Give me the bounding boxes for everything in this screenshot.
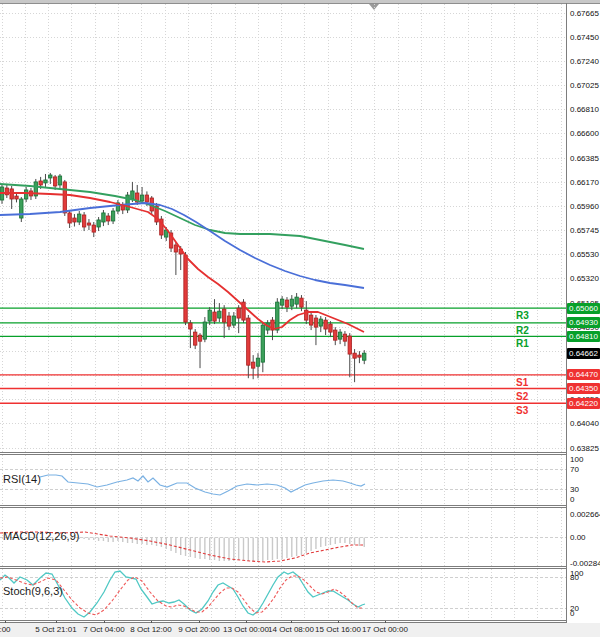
rsi-axis-label: 30: [570, 485, 579, 494]
labels-layer: RSI(14) MACD(12,26,9) Stoch(9,6,3) R3R2R…: [0, 0, 600, 637]
price-axis-label: 0.65320: [570, 274, 599, 283]
price-axis-label: 0.65960: [570, 202, 599, 211]
time-axis-label: 14 Oct 08:00: [268, 625, 314, 634]
time-axis-label: 13 Oct 00:00: [223, 625, 269, 634]
time-axis-label: 9 Oct 20:00: [178, 625, 219, 634]
time-axis-label: 7 Oct 04:00: [83, 625, 124, 634]
macd-axis-label: 0.00: [570, 533, 586, 542]
time-axis-label: 15 Oct 16:00: [315, 625, 361, 634]
level-label-r2: R2: [516, 325, 529, 336]
trading-chart-window: RSI(14) MACD(12,26,9) Stoch(9,6,3) R3R2R…: [0, 0, 600, 637]
macd-axis-label: -0.002849: [570, 559, 600, 568]
level-price-badge: 0.65060: [567, 303, 600, 314]
price-axis-label: 0.64040: [570, 419, 599, 428]
current-price-badge: 0.64662: [567, 348, 600, 359]
macd-indicator-label: MACD(12,26,9): [3, 530, 79, 542]
stoch-indicator-label: Stoch(9,6,3): [3, 585, 63, 597]
level-label-s2: S2: [516, 391, 528, 402]
level-price-badge: 0.64810: [567, 331, 600, 342]
price-axis-label: 0.66170: [570, 178, 599, 187]
level-price-badge: 0.64470: [567, 369, 600, 380]
time-axis-label: 17 Oct 00:00: [362, 625, 408, 634]
level-price-badge: 0.64220: [567, 398, 600, 409]
price-axis-label: 0.63825: [570, 444, 599, 453]
rsi-axis-label: 100: [570, 455, 583, 464]
level-label-r3: R3: [516, 310, 529, 321]
macd-axis-label: 0.002664: [570, 510, 600, 519]
price-axis-label: 0.67240: [570, 57, 599, 66]
stoch-axis-label: 0: [570, 609, 574, 618]
time-axis-label: :00: [0, 625, 11, 634]
level-price-badge: 0.64930: [567, 317, 600, 328]
price-axis-label: 0.65530: [570, 250, 599, 259]
price-axis-label: 0.67450: [570, 33, 599, 42]
price-axis-label: 0.66810: [570, 105, 599, 114]
stoch-axis-label: 80: [570, 573, 579, 582]
level-label-s3: S3: [516, 405, 528, 416]
price-axis-label: 0.67025: [570, 81, 599, 90]
time-axis-label: 8 Oct 12:00: [130, 625, 171, 634]
rsi-axis-label: 70: [570, 465, 579, 474]
level-label-r1: R1: [516, 338, 529, 349]
price-axis-label: 0.65745: [570, 226, 599, 235]
price-axis-label: 0.66385: [570, 154, 599, 163]
level-price-badge: 0.64350: [567, 383, 600, 394]
time-axis-label: 5 Oct 21:01: [35, 625, 76, 634]
rsi-axis-label: 0: [570, 495, 574, 504]
rsi-indicator-label: RSI(14): [3, 473, 41, 485]
level-label-s1: S1: [516, 377, 528, 388]
price-axis-label: 0.66600: [570, 129, 599, 138]
price-axis-label: 0.67665: [570, 9, 599, 18]
